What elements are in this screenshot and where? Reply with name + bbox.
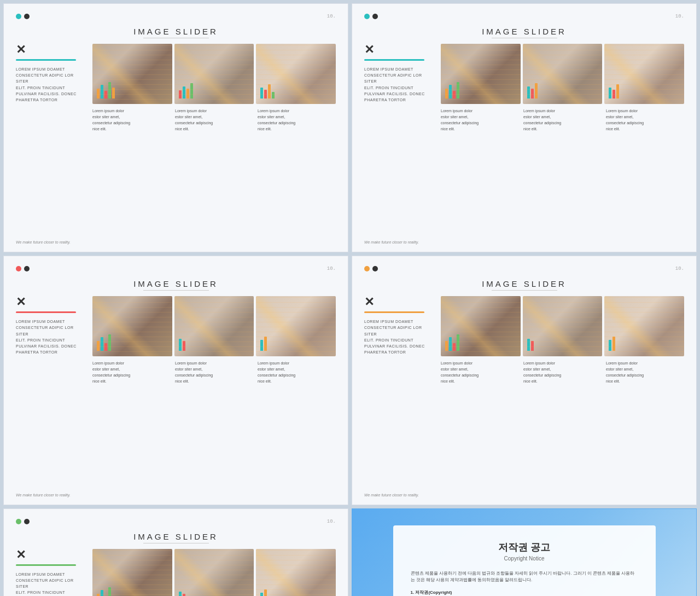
accent-line-orange [364, 311, 424, 313]
slide-3-number: 10. [327, 266, 336, 271]
img-3-1 [92, 296, 172, 356]
img-1 [92, 44, 172, 104]
text-columns: Lorem ipsum dolor estor siter amet, cons… [92, 108, 336, 132]
dot-dark [24, 14, 30, 19]
img-4-2 [523, 296, 603, 356]
image-strip-2 [441, 44, 684, 104]
image-strip-5 [92, 549, 336, 597]
slide-5-dots [16, 519, 30, 524]
copyright-inner: 저작권 공고 Copyright Notice 콘텐츠 제품을 사용하기 전에 … [393, 525, 656, 597]
slide-1-tagline: We make future closer to reality. [16, 240, 87, 244]
slide-5-left-text: LOREM IPSUM DOAMET CONSECTETUR ADIPIC LO… [16, 571, 87, 597]
img-2-2 [523, 44, 603, 104]
image-strip-4 [441, 296, 684, 356]
slide-4-number: 10. [675, 266, 684, 271]
accent-line-pink [16, 311, 76, 313]
slide-3-dots [16, 266, 30, 271]
img-5-1 [92, 549, 172, 597]
text-columns-4: Lorem ipsum dolor estor siter amet, cons… [441, 361, 684, 384]
slide-4-content: ✕ LOREM IPSUM DOAMET CONSECTETUR ADIPIC … [364, 296, 684, 496]
dot-green [16, 519, 21, 524]
slide-2-right: Lorem ipsum dolor estor siter amet, cons… [441, 44, 684, 244]
slide-5-header: 10. [16, 519, 336, 524]
slide-1-right: Lorem ipsum dolor estor siter amet, cons… [92, 44, 336, 244]
slide-1-title: IMAGE SLIDER [16, 27, 336, 36]
dot-dark-4 [372, 266, 378, 271]
slide-3-underline [143, 290, 209, 291]
text-columns-2: Lorem ipsum dolor estor siter amet, cons… [441, 108, 684, 132]
text-col-2: Lorem ipsum dolor estor siter amet, cons… [175, 108, 253, 132]
text-col-4-1: Lorem ipsum dolor estor siter amet, cons… [441, 361, 519, 384]
slide-2-header: 10. [364, 14, 684, 19]
slide-4-tagline: We make future closer to reality. [364, 493, 435, 497]
slide-2-number: 10. [675, 14, 684, 19]
slide-3-tagline: We make future closer to reality. [16, 493, 87, 497]
slide-1-dots [16, 14, 30, 19]
slide-3: 10. IMAGE SLIDER ✕ LOREM IPSUM DOAMET CO… [3, 256, 348, 505]
img-5-3 [256, 549, 336, 597]
slide-1-header: 10. [16, 14, 336, 19]
img-3-2 [174, 296, 254, 356]
text-col-2-3: Lorem ipsum dolor estor siter amet, cons… [606, 108, 684, 132]
slide-5-number: 10. [327, 519, 336, 524]
dot-dark-3 [24, 266, 30, 271]
accent-line-teal-2 [364, 59, 424, 61]
img-3 [256, 44, 336, 104]
slide-4-title: IMAGE SLIDER [364, 279, 684, 288]
text-col-1: Lorem ipsum dolor estor siter amet, cons… [92, 108, 171, 132]
slide-2-content: ✕ LOREM IPSUM DOAMET CONSECTETUR ADIPIC … [364, 44, 684, 244]
slide-2-dots [364, 14, 378, 19]
dot-teal [16, 14, 21, 19]
slide-1-left-text: LOREM IPSUM DOAMET CONSECTETUR ADIPIC LO… [16, 66, 87, 103]
image-strip [92, 44, 336, 104]
x-mark-4: ✕ [364, 296, 435, 308]
x-mark-2: ✕ [364, 44, 435, 56]
slide-1: 10. IMAGE SLIDER ✕ LOREM IPSUM DOAMET CO… [3, 3, 348, 252]
slide-3-right: Lorem ipsum dolor estor siter amet, cons… [92, 296, 336, 496]
text-col-3: Lorem ipsum dolor estor siter amet, cons… [258, 108, 336, 132]
slide-2-title: IMAGE SLIDER [364, 27, 684, 36]
slide-3-header: 10. [16, 266, 336, 271]
slide-4: 10. IMAGE SLIDER ✕ LOREM IPSUM DOAMET CO… [352, 256, 697, 505]
slide-4-right: Lorem ipsum dolor estor siter amet, cons… [441, 296, 684, 496]
slide-1-content: ✕ LOREM IPSUM DOAMET CONSECTETUR ADIPIC … [16, 44, 336, 244]
slide-5-underline [143, 543, 209, 543]
dot-teal-2 [364, 14, 370, 19]
text-col-4-2: Lorem ipsum dolor estor siter amet, cons… [523, 361, 602, 384]
text-col-3-2: Lorem ipsum dolor estor siter amet, cons… [175, 361, 253, 384]
text-col-3-1: Lorem ipsum dolor estor siter amet, cons… [92, 361, 171, 384]
slide-5: 10. IMAGE SLIDER ✕ LOREM IPSUM DOAMET CO… [3, 508, 348, 597]
img-4-1 [441, 296, 521, 356]
img-2-3 [604, 44, 684, 104]
dot-pink [16, 266, 21, 271]
dot-dark-5 [24, 519, 30, 524]
slide-1-left: ✕ LOREM IPSUM DOAMET CONSECTETUR ADIPIC … [16, 44, 87, 244]
slide-3-content: ✕ LOREM IPSUM DOAMET CONSECTETUR ADIPIC … [16, 296, 336, 496]
dot-orange [364, 266, 370, 271]
text-col-3-3: Lorem ipsum dolor estor siter amet, cons… [258, 361, 336, 384]
img-2-1 [441, 44, 521, 104]
slide-3-title: IMAGE SLIDER [16, 279, 336, 288]
copyright-label-1: 1. 저작권(Copyright) [411, 589, 638, 595]
x-mark-5: ✕ [16, 549, 87, 561]
slide-4-dots [364, 266, 378, 271]
dot-dark-2 [372, 14, 378, 19]
slide-2-left: ✕ LOREM IPSUM DOAMET CONSECTETUR ADIPIC … [364, 44, 435, 244]
x-mark-3: ✕ [16, 296, 87, 308]
slide-5-right: Lorem ipsum dolor estor siter amet, cons… [92, 549, 336, 597]
accent-line-green [16, 564, 76, 566]
slide-3-left: ✕ LOREM IPSUM DOAMET CONSECTETUR ADIPIC … [16, 296, 87, 496]
slide-4-left: ✕ LOREM IPSUM DOAMET CONSECTETUR ADIPIC … [364, 296, 435, 496]
img-2 [174, 44, 254, 104]
slide-4-underline [492, 290, 557, 291]
copyright-title-kr: 저작권 공고 [411, 541, 638, 554]
slide-1-number: 10. [327, 14, 336, 19]
slide-5-left: ✕ LOREM IPSUM DOAMET CONSECTETUR ADIPIC … [16, 549, 87, 597]
slide-5-title: IMAGE SLIDER [16, 532, 336, 541]
img-5-2 [174, 549, 254, 597]
text-col-4-3: Lorem ipsum dolor estor siter amet, cons… [606, 361, 684, 384]
img-4-3 [604, 296, 684, 356]
copyright-section-1: 1. 저작권(Copyright) 본문 콘텐츠의 소유 및 저작권은 콘텐츠제… [411, 589, 638, 596]
slide-1-underline [143, 38, 209, 38]
slide-2-left-text: LOREM IPSUM DOAMET CONSECTETUR ADIPIC LO… [364, 66, 435, 103]
